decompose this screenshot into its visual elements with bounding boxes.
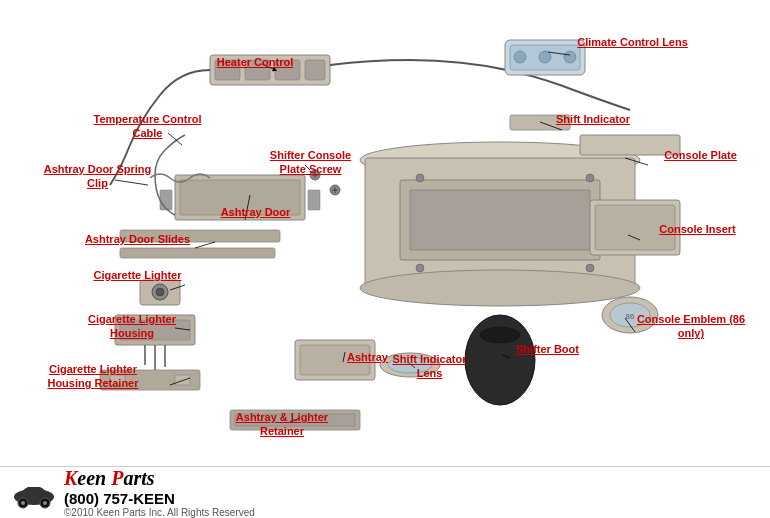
cigarette-lighter-label: Cigarette Lighter xyxy=(85,268,190,282)
svg-point-46 xyxy=(539,51,551,63)
svg-rect-20 xyxy=(120,248,275,258)
svg-point-80 xyxy=(43,501,47,505)
shift-indicator-label: Shift Indicator xyxy=(538,112,648,126)
diagram-container: 86 xyxy=(0,0,770,518)
svg-point-47 xyxy=(564,51,576,63)
brand-logo: Keen Parts xyxy=(64,467,760,490)
svg-point-23 xyxy=(156,288,164,296)
heater-control-label: Heater Control xyxy=(200,55,310,69)
climate-control-lens-label: Climate Control Lens xyxy=(570,35,695,49)
footer-phone: (800) 757-KEEN xyxy=(64,490,760,507)
svg-rect-5 xyxy=(410,190,590,250)
svg-point-8 xyxy=(416,264,424,272)
ashtray-door-spring-clip-label: Ashtray Door Spring Clip xyxy=(40,162,155,191)
svg-point-79 xyxy=(21,501,25,505)
cigarette-lighter-housing-retainer-label: Cigarette Lighter Housing Retainer xyxy=(28,362,158,391)
svg-point-9 xyxy=(586,264,594,272)
temperature-control-cable-label: Temperature Control Cable xyxy=(90,112,205,141)
svg-point-3 xyxy=(360,270,640,306)
svg-rect-17 xyxy=(160,190,172,210)
shifter-console-plate-screw-label: Shifter Console Plate Screw xyxy=(258,148,363,177)
svg-point-7 xyxy=(586,174,594,182)
console-plate-label: Console Plate xyxy=(648,148,753,162)
footer: Keen Parts (800) 757-KEEN ©2010 Keen Par… xyxy=(0,466,770,518)
shift-indicator-lens-label: Shift Indicator Lens xyxy=(382,352,477,381)
ashtray-lighter-retainer-label: Ashtray & Lighter Retainer xyxy=(228,410,336,439)
svg-rect-31 xyxy=(175,375,190,385)
console-emblem-label: Console Emblem (86 only) xyxy=(632,312,750,341)
car-icon xyxy=(10,475,58,510)
svg-point-6 xyxy=(416,174,424,182)
cigarette-lighter-housing-label: Cigarette Lighter Housing xyxy=(72,312,192,341)
svg-point-45 xyxy=(514,51,526,63)
shifter-boot-label: Shifter Boot xyxy=(505,342,590,356)
console-insert-label: Console Insert xyxy=(645,222,750,236)
ashtray-door-slides-label: Ashtray Door Slides xyxy=(80,232,195,246)
footer-copyright: ©2010 Keen Parts Inc. All Rights Reserve… xyxy=(64,507,760,518)
svg-point-14 xyxy=(480,327,520,343)
svg-rect-18 xyxy=(308,190,320,210)
ashtray-door-label: Ashtray Door xyxy=(213,205,298,219)
